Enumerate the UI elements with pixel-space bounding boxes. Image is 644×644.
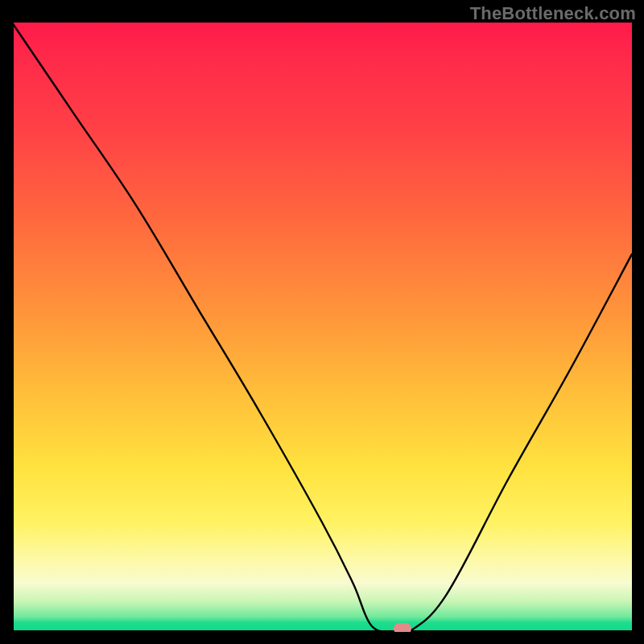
bottleneck-curve	[12, 23, 632, 632]
chart-frame: TheBottleneck.com	[0, 0, 644, 644]
plot-area	[12, 23, 632, 632]
optimum-marker	[394, 623, 411, 632]
watermark-text: TheBottleneck.com	[470, 3, 636, 24]
